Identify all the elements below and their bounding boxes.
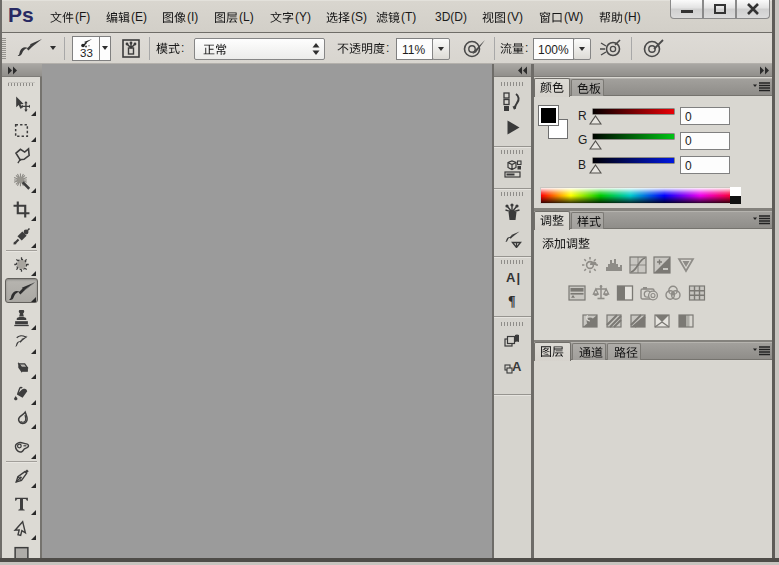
svg-text:A: A xyxy=(512,359,522,374)
